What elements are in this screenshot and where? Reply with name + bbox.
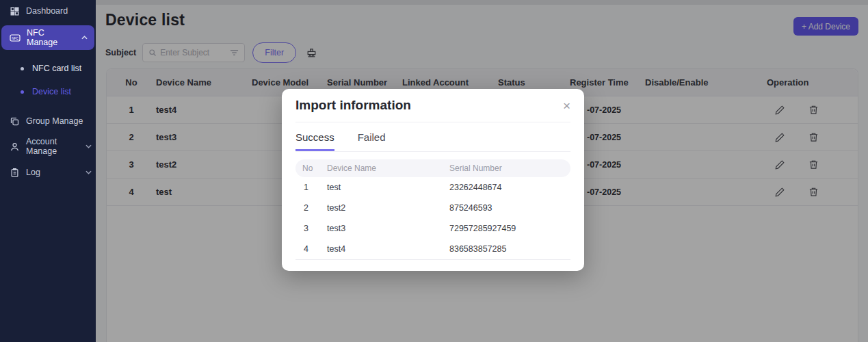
- modal-column-serial-number: Serial Number: [449, 163, 570, 173]
- close-icon[interactable]: ×: [563, 99, 570, 112]
- serial-number-cell: 23262448674: [449, 183, 570, 192]
- sidebar: Dashboard NFC NFC Manage NFC card list D…: [0, 0, 96, 342]
- serial-number-cell: 72957285927459: [449, 224, 570, 233]
- sidebar-item-nfc-manage[interactable]: NFC NFC Manage: [1, 25, 94, 50]
- device-name-cell: test3: [327, 224, 449, 233]
- modal-table-body: 1 test 23262448674 2 test2 875246593 3 t…: [295, 177, 570, 260]
- modal-column-device-name: Device Name: [327, 163, 449, 173]
- nfc-icon: NFC: [10, 34, 21, 42]
- row-no: 2: [295, 203, 327, 213]
- row-no: 3: [295, 224, 327, 233]
- sidebar-item-dashboard[interactable]: Dashboard: [10, 3, 92, 19]
- account-icon: [10, 142, 20, 152]
- group-icon: [10, 116, 20, 127]
- tab-failed[interactable]: Failed: [358, 131, 386, 151]
- sidebar-item-label: Group Manage: [26, 116, 83, 126]
- chevron-up-icon: [81, 36, 88, 40]
- serial-number-cell: 836583857285: [449, 244, 570, 254]
- modal-tabs: Success Failed: [295, 131, 570, 152]
- bullet-icon: [21, 90, 24, 94]
- dashboard-icon: [10, 6, 20, 16]
- row-no: 1: [295, 183, 327, 192]
- import-information-modal: Import information × Success Failed No D…: [282, 89, 584, 271]
- device-name-cell: test2: [327, 203, 449, 213]
- sidebar-item-device-list[interactable]: Device list: [21, 83, 96, 100]
- sidebar-item-label: Log: [26, 168, 40, 177]
- device-name-cell: test: [327, 183, 449, 192]
- sidebar-item-label: NFC card list: [32, 64, 81, 73]
- log-icon: [10, 168, 20, 178]
- bullet-icon: [21, 67, 24, 70]
- sidebar-item-label: Device list: [32, 87, 71, 96]
- chevron-down-icon: [86, 170, 92, 174]
- modal-table-row: 2 test2 875246593: [295, 198, 570, 218]
- row-no: 4: [295, 244, 327, 254]
- sidebar-item-label: Dashboard: [26, 6, 68, 16]
- sidebar-item-nfc-card-list[interactable]: NFC card list: [21, 60, 96, 77]
- svg-text:NFC: NFC: [12, 36, 18, 40]
- device-name-cell: test4: [327, 244, 449, 254]
- modal-header: Import information ×: [295, 89, 570, 122]
- sidebar-item-log[interactable]: Log: [10, 164, 92, 181]
- sidebar-item-account-manage[interactable]: Account Manage: [10, 138, 92, 155]
- serial-number-cell: 875246593: [449, 203, 570, 213]
- chevron-down-icon: [86, 144, 92, 148]
- sidebar-item-group-manage[interactable]: Group Manage: [10, 113, 92, 129]
- sidebar-item-label: Account Manage: [26, 137, 79, 156]
- modal-table-row: 3 test3 72957285927459: [295, 218, 570, 239]
- modal-table-row: 1 test 23262448674: [295, 177, 570, 198]
- modal-table-header: No Device Name Serial Number: [295, 159, 570, 177]
- modal-column-no: No: [295, 163, 327, 173]
- modal-table-row: 4 test4 836583857285: [295, 239, 570, 259]
- tab-success[interactable]: Success: [295, 131, 334, 151]
- sidebar-item-label: NFC Manage: [27, 28, 75, 47]
- main-content: Device list + Add Device Subject Filter: [96, 0, 868, 342]
- modal-title: Import information: [295, 98, 411, 113]
